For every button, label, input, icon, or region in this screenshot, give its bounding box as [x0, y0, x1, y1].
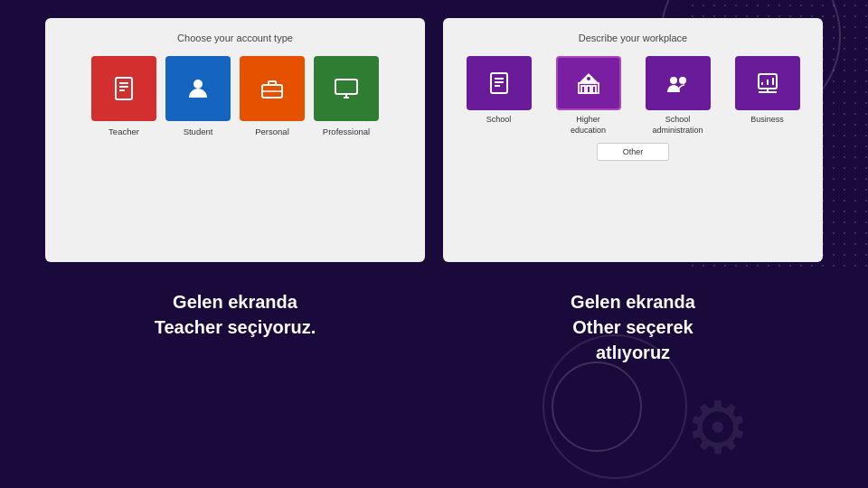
higher-icon-box — [556, 56, 621, 110]
personal-label: Personal — [255, 127, 289, 136]
workplace-item-school[interactable]: School — [458, 56, 540, 136]
book-icon — [109, 74, 138, 103]
business-label: Business — [750, 115, 784, 126]
chart-icon — [755, 70, 780, 96]
right-bottom-text: Gelen ekrandaOther seçerekatlıyoruz — [461, 289, 805, 365]
right-card-title: Describe your workplace — [458, 33, 808, 43]
svg-rect-17 — [592, 86, 596, 93]
account-item-personal[interactable]: Personal — [240, 56, 305, 136]
higher-education-label: Highereducation — [571, 115, 606, 136]
svg-rect-15 — [581, 86, 585, 93]
account-item-student[interactable]: Student — [165, 56, 231, 136]
professional-label: Professional — [323, 127, 370, 136]
school-icon-box — [467, 56, 532, 110]
teacher-label: Teacher — [108, 127, 139, 136]
left-bottom-text: Gelen ekrandaTeacher seçiyoruz. — [63, 289, 407, 340]
book-outline-icon — [486, 70, 512, 96]
admin-icon-box — [646, 56, 711, 110]
workplace-item-higher[interactable]: Highereducation — [547, 56, 629, 136]
right-card: Describe your workplace School — [443, 18, 823, 262]
svg-point-19 — [587, 77, 590, 80]
personal-icon-box — [240, 56, 305, 121]
other-button[interactable]: Other — [597, 143, 669, 161]
main-layout: Choose your account type Teacher — [0, 0, 868, 488]
workplace-item-business[interactable]: Business — [726, 56, 808, 136]
svg-rect-7 — [335, 80, 357, 94]
left-text-block: Gelen ekrandaTeacher seçiyoruz. — [45, 280, 425, 374]
institution-icon — [576, 70, 601, 96]
business-icon-box — [735, 56, 800, 110]
account-types: Teacher Student — [60, 56, 410, 136]
professional-icon-box — [314, 56, 379, 121]
workplace-grid: School Highereducation — [458, 56, 808, 136]
school-label: School — [486, 115, 512, 126]
svg-point-4 — [193, 80, 203, 89]
right-text-block: Gelen ekrandaOther seçerekatlıyoruz — [443, 280, 823, 374]
school-admin-label: Schooladministration — [652, 115, 703, 136]
person-icon — [184, 74, 212, 103]
account-item-professional[interactable]: Professional — [314, 56, 379, 136]
teacher-icon-box — [91, 56, 156, 121]
group-icon — [665, 70, 691, 96]
workplace-item-admin[interactable]: Schooladministration — [637, 56, 719, 136]
student-label: Student — [184, 127, 213, 136]
student-icon-box — [165, 56, 231, 121]
account-item-teacher[interactable]: Teacher — [91, 56, 156, 136]
svg-rect-16 — [587, 86, 590, 93]
briefcase-icon — [258, 74, 287, 103]
text-row: Gelen ekrandaTeacher seçiyoruz. Gelen ek… — [27, 271, 841, 374]
left-card: Choose your account type Teacher — [45, 18, 425, 262]
svg-rect-0 — [116, 78, 132, 99]
screen-icon — [332, 74, 361, 103]
left-card-title: Choose your account type — [60, 33, 410, 43]
screenshots-row: Choose your account type Teacher — [27, 18, 841, 262]
svg-point-20 — [670, 77, 677, 84]
svg-point-21 — [679, 77, 686, 84]
